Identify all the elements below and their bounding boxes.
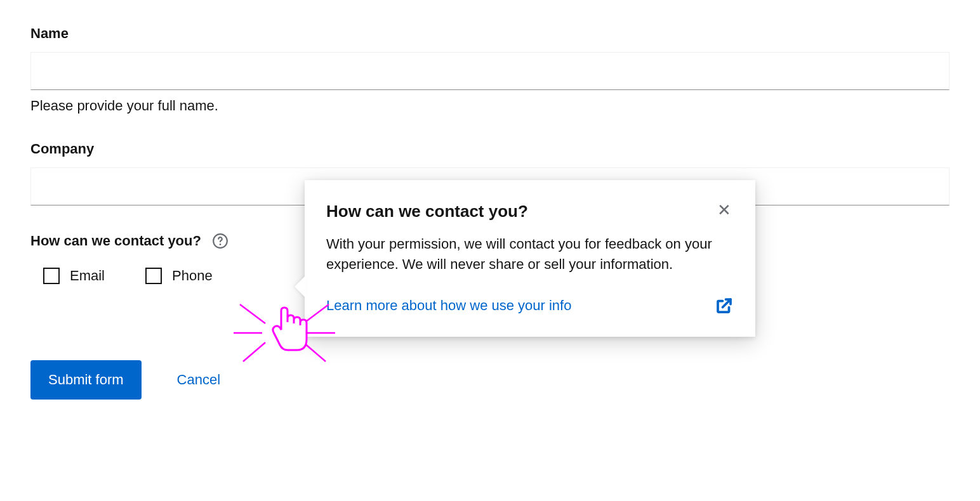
popover-learn-more-link[interactable]: Learn more about how we use your info [326,297,571,314]
question-circle-icon [212,233,228,249]
popover-title: How can we contact you? [326,202,528,221]
checkbox-box-icon [145,268,162,284]
name-helper-text: Please provide your full name. [30,98,950,114]
contact-legend: How can we contact you? [30,233,201,249]
name-label: Name [30,25,950,42]
checkbox-phone-label: Phone [172,268,213,284]
checkbox-phone[interactable]: Phone [145,268,213,284]
popover-body: With your permission, we will contact yo… [326,234,734,275]
cancel-button[interactable]: Cancel [177,372,220,388]
form-actions: Submit form Cancel [30,360,950,400]
help-popover: How can we contact you? ✕ With your perm… [305,180,755,337]
svg-line-6 [243,342,265,361]
submit-button[interactable]: Submit form [30,360,142,400]
svg-line-7 [303,342,326,361]
svg-line-2 [240,304,265,323]
name-input[interactable] [30,52,950,90]
popover-header: How can we contact you? ✕ [326,202,734,234]
name-field-group: Name Please provide your full name. [30,25,950,114]
external-link-icon[interactable] [715,296,734,315]
checkbox-box-icon [43,268,60,284]
company-label: Company [30,141,950,157]
close-icon: ✕ [717,200,731,219]
popover-arrow [295,275,306,298]
svg-point-1 [220,244,222,245]
popover-footer: Learn more about how we use your info [326,296,734,315]
help-icon[interactable] [211,232,229,250]
checkbox-email-label: Email [70,268,105,284]
popover-close-button[interactable]: ✕ [715,202,734,218]
checkbox-email[interactable]: Email [43,268,105,284]
